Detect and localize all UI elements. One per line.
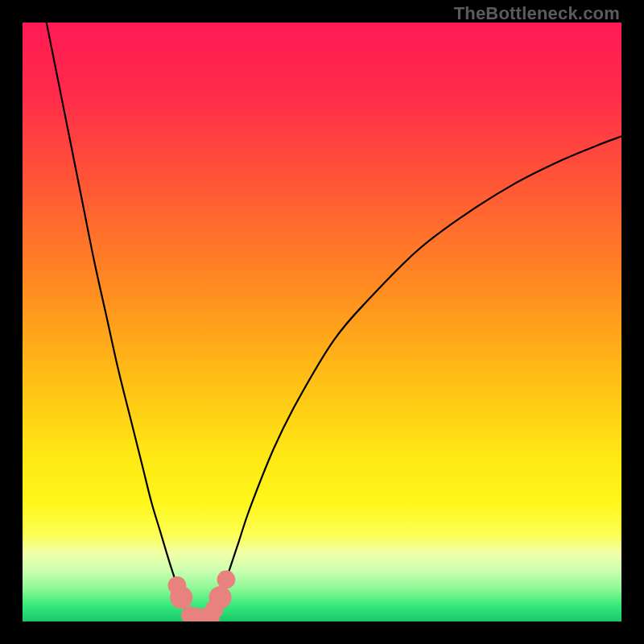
plot-area bbox=[23, 23, 621, 621]
curve-left-branch bbox=[47, 23, 202, 621]
data-marker bbox=[208, 586, 231, 609]
curve-right-branch bbox=[202, 136, 621, 621]
data-marker bbox=[170, 586, 192, 609]
watermark-text: TheBottleneck.com bbox=[454, 3, 620, 24]
data-marker bbox=[217, 571, 236, 589]
outer-frame: TheBottleneck.com bbox=[0, 0, 644, 644]
chart-svg bbox=[23, 23, 621, 621]
marker-group bbox=[168, 571, 236, 621]
